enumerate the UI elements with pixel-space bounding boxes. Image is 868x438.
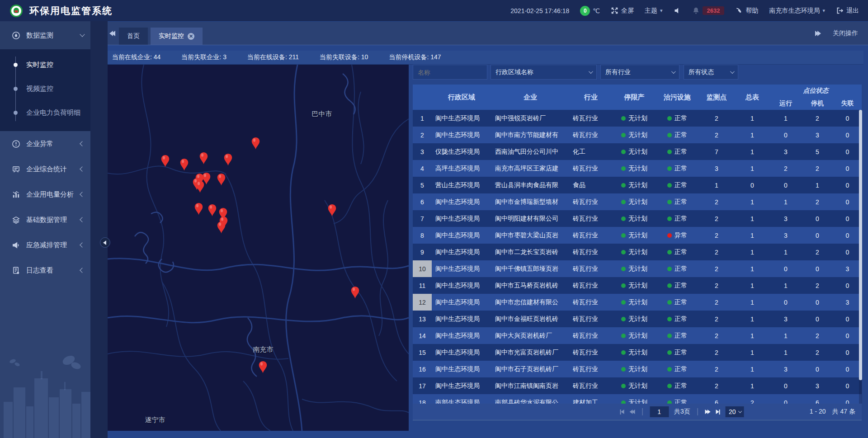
stat-item: 当前停机设备: 147 xyxy=(389,53,441,61)
table-row[interactable]: 11阆中生态环境局阆中市五马桥页岩机砖砖瓦行业无计划正常21120 xyxy=(413,277,862,294)
sidebar-item-2[interactable]: 企业综合统计 xyxy=(0,156,90,182)
name-search-input[interactable] xyxy=(413,65,487,80)
sidebar-item-0[interactable]: 数据监测 xyxy=(0,21,90,49)
help-button[interactable]: 帮助 xyxy=(735,7,758,15)
cell-stopped: 0 xyxy=(802,227,833,244)
cell-monitor-points: 7 xyxy=(698,143,735,160)
map-marker-icon[interactable] xyxy=(251,137,260,150)
status-select[interactable]: 所有状态 xyxy=(684,65,738,80)
cell-running: 0 xyxy=(770,260,802,277)
map-marker-icon[interactable] xyxy=(217,173,226,186)
fullscreen-button[interactable]: 全屏 xyxy=(611,7,634,15)
cell-region: 阆中生态环境局 xyxy=(432,244,491,260)
tab-home[interactable]: 首页 xyxy=(119,28,148,45)
sidebar-item-6[interactable]: 日志查看 xyxy=(0,258,90,283)
next-page-button[interactable] xyxy=(705,410,711,414)
cell-running: 0 xyxy=(770,177,802,193)
status-dot xyxy=(621,367,626,372)
tabs-scroll-right-button[interactable] xyxy=(815,31,821,36)
page-size-select[interactable]: 20 xyxy=(726,406,744,417)
map-marker-icon[interactable] xyxy=(258,361,268,373)
current-page-input[interactable]: 1 xyxy=(650,406,669,417)
cell-stopped: 0 xyxy=(802,210,833,227)
map-marker-icon[interactable] xyxy=(195,180,205,193)
cell-region: 阆中生态环境局 xyxy=(432,361,491,377)
first-page-button[interactable] xyxy=(620,410,624,414)
map-panel[interactable]: 巴中市南充市遂宁市 xyxy=(108,65,409,431)
table-row[interactable]: 6阆中生态环境局阆中市金博瑞新型墙材砖瓦行业无计划正常21120 xyxy=(413,193,862,210)
close-operations-button[interactable]: 关闭操作 xyxy=(833,29,858,38)
tabs-scroll-left-button[interactable] xyxy=(109,31,115,36)
header-toolbar: 2021-02-25 17:46:18 0 ℃ 全屏 主题▾ 2632 xyxy=(510,6,868,16)
app-title: 环保用电监管系统 xyxy=(29,5,113,17)
cell-running: 3 xyxy=(770,143,802,160)
sidebar-item-1[interactable]: 企业异常 xyxy=(0,131,90,156)
fullscreen-icon xyxy=(611,7,618,14)
map-marker-icon[interactable] xyxy=(194,203,203,215)
cell-stopped: 6 xyxy=(802,394,833,404)
table-row[interactable]: 8阆中生态环境局阆中市枣碧大梁山页岩砖瓦行业无计划异常21300 xyxy=(413,227,862,244)
cell-stopped: 2 xyxy=(802,344,833,361)
map-marker-icon[interactable] xyxy=(350,286,360,299)
prev-page-button[interactable] xyxy=(629,410,635,414)
table-row[interactable]: 16阆中生态环境局阆中市石子页岩机砖厂砖瓦行业无计划正常21300 xyxy=(413,361,862,377)
sidebar-subitem-1[interactable]: 视频监控 xyxy=(0,77,90,101)
theme-dropdown[interactable]: 主题▾ xyxy=(645,7,663,15)
cell-stop-status: 无计划 xyxy=(613,377,656,394)
cell-stop-status: 无计划 xyxy=(613,193,656,210)
sidebar-item-4[interactable]: 基础数据管理 xyxy=(0,207,90,232)
cell-stop-status: 无计划 xyxy=(613,227,656,244)
table-scrollbar[interactable] xyxy=(859,110,862,404)
map-marker-icon[interactable] xyxy=(199,152,208,165)
cell-monitor-points: 6 xyxy=(698,394,735,404)
map-marker-icon[interactable] xyxy=(327,204,337,217)
table-row[interactable]: 10阆中生态环境局阆中千佛镇五郎垭页岩砖瓦行业无计划正常21003 xyxy=(413,260,862,277)
sidebar-submenu: 实时监控视频监控企业电力负荷明细 xyxy=(0,49,90,131)
tab-close-icon[interactable]: ✕ xyxy=(188,33,194,40)
table-row[interactable]: 14阆中生态环境局阆中大兴页岩机砖厂砖瓦行业无计划正常21120 xyxy=(413,327,862,344)
status-dot xyxy=(667,384,672,388)
table-row[interactable]: 1阆中生态环境局阆中强锐页岩砖厂砖瓦行业无计划正常21120 xyxy=(413,110,862,127)
table-row[interactable]: 9阆中生态环境局阆中市二龙长宝页岩砖砖瓦行业无计划正常21120 xyxy=(413,244,862,260)
cell-stopped: 2 xyxy=(802,244,833,260)
table-row[interactable]: 5营山生态环境局营山县润丰肉食品有限食品无计划正常10010 xyxy=(413,177,862,193)
table-row[interactable]: 17阆中生态环境局阆中市江南镇阆南页岩砖瓦行业无计划正常21030 xyxy=(413,377,862,394)
table-row[interactable]: 18南部生态环境局南部县砖华水泥有限公建材加工无计划正常62060 xyxy=(413,394,862,404)
cell-stop-status: 无计划 xyxy=(613,394,656,404)
table-row[interactable]: 12阆中生态环境局阆中市忠信建材有限公砖瓦行业无计划正常21003 xyxy=(413,294,862,311)
sidebar-collapse-button[interactable] xyxy=(100,237,110,248)
sidebar-item-3[interactable]: 企业用电量分析 xyxy=(0,182,90,207)
table-row[interactable]: 7阆中生态环境局阆中明阳建材有限公司砖瓦行业无计划正常21300 xyxy=(413,210,862,227)
cell-industry: 砖瓦行业 xyxy=(569,327,613,344)
sound-icon[interactable] xyxy=(674,7,681,14)
table-row[interactable]: 15阆中生态环境局阆中市光富页岩机砖厂砖瓦行业无计划正常21120 xyxy=(413,344,862,361)
table-row[interactable]: 2阆中生态环境局阆中市南方节能建材有砖瓦行业无计划正常21030 xyxy=(413,127,862,143)
table-row[interactable]: 3仪陇生态环境局西南油气田分公司川中化工无计划正常71350 xyxy=(413,143,862,160)
status-dot xyxy=(667,350,672,355)
sidebar-item-label: 企业异常 xyxy=(26,140,53,148)
map-marker-icon[interactable] xyxy=(160,155,170,167)
org-dropdown[interactable]: 南充市生态环境局▾ xyxy=(769,7,825,15)
sidebar-subitem-2[interactable]: 企业电力负荷明细 xyxy=(0,101,90,125)
region-select[interactable]: 行政区域名称 xyxy=(491,65,597,80)
sidebar-item-5[interactable]: 应急减排管理 xyxy=(0,232,90,258)
cell-lost: 0 xyxy=(833,210,862,227)
cell-main-meter: 1 xyxy=(735,361,770,377)
logout-button[interactable]: 退出 xyxy=(836,7,859,15)
map-marker-icon[interactable] xyxy=(217,221,226,234)
tab-realtime-monitor[interactable]: 实时监控 ✕ xyxy=(151,28,203,45)
sidebar-subitem-0[interactable]: 实时监控 xyxy=(0,53,90,77)
cell-industry: 砖瓦行业 xyxy=(569,377,613,394)
industry-select[interactable]: 所有行业 xyxy=(600,65,679,80)
map-marker-icon[interactable] xyxy=(208,204,217,217)
scrollbar-thumb[interactable] xyxy=(859,110,862,380)
status-dot xyxy=(667,116,672,121)
map-marker-icon[interactable] xyxy=(223,153,233,166)
cell-facility-status: 正常 xyxy=(656,127,698,143)
cell-main-meter: 1 xyxy=(735,277,770,294)
table-row[interactable]: 4高坪生态环境局南充市高坪区王家店建砖瓦行业无计划正常31220 xyxy=(413,160,862,177)
map-marker-icon[interactable] xyxy=(179,158,189,171)
last-page-button[interactable] xyxy=(716,410,720,414)
alarm-counter[interactable]: 2632 xyxy=(692,6,725,15)
table-row[interactable]: 13阆中生态环境局阆中市金福旺页岩机砖砖瓦行业无计划正常21300 xyxy=(413,311,862,327)
